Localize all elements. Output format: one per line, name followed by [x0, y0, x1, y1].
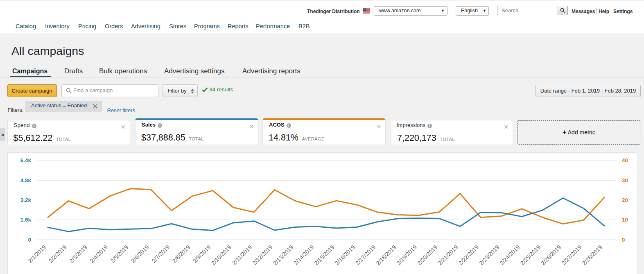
- svg-text:2/13/2019: 2/13/2019: [272, 244, 295, 267]
- svg-text:2/19/2019: 2/19/2019: [395, 244, 418, 267]
- svg-text:2/5/2019: 2/5/2019: [109, 244, 130, 264]
- svg-text:2/27/2019: 2/27/2019: [560, 244, 583, 267]
- svg-text:2/17/2019: 2/17/2019: [354, 244, 377, 267]
- svg-text:1.6k: 1.6k: [20, 217, 32, 223]
- svg-text:2/24/2019: 2/24/2019: [498, 244, 521, 267]
- svg-text:2/2/2019: 2/2/2019: [47, 244, 68, 264]
- svg-text:2/28/2019: 2/28/2019: [581, 244, 604, 267]
- svg-text:2/9/2019: 2/9/2019: [192, 244, 212, 264]
- svg-text:4.8k: 4.8k: [20, 177, 32, 183]
- svg-text:6.4k: 6.4k: [20, 157, 32, 163]
- svg-text:2/6/2019: 2/6/2019: [130, 244, 150, 264]
- svg-text:2/8/2019: 2/8/2019: [171, 244, 192, 264]
- svg-text:2/3/2019: 2/3/2019: [68, 244, 88, 264]
- svg-text:2/18/2019: 2/18/2019: [375, 244, 398, 267]
- svg-text:20: 20: [622, 197, 628, 203]
- svg-text:0: 0: [622, 237, 625, 243]
- svg-text:30: 30: [622, 177, 628, 183]
- svg-text:2/26/2019: 2/26/2019: [540, 244, 563, 267]
- svg-text:40: 40: [622, 157, 628, 163]
- svg-text:2/16/2019: 2/16/2019: [334, 244, 357, 267]
- svg-text:2/15/2019: 2/15/2019: [313, 244, 336, 267]
- svg-text:2/20/2019: 2/20/2019: [416, 244, 439, 267]
- svg-text:2/10/2019: 2/10/2019: [210, 244, 233, 267]
- svg-text:2/4/2019: 2/4/2019: [88, 244, 109, 264]
- svg-text:0: 0: [28, 237, 31, 243]
- svg-text:2/12/2019: 2/12/2019: [251, 244, 274, 267]
- svg-text:10: 10: [622, 217, 628, 223]
- svg-text:2/1/2019: 2/1/2019: [27, 244, 47, 264]
- svg-text:2/22/2019: 2/22/2019: [457, 244, 480, 267]
- svg-text:2/14/2019: 2/14/2019: [292, 244, 315, 267]
- svg-text:2/23/2019: 2/23/2019: [478, 244, 501, 267]
- svg-text:3.2k: 3.2k: [20, 197, 32, 203]
- svg-text:2/25/2019: 2/25/2019: [519, 244, 542, 267]
- svg-text:2/11/2019: 2/11/2019: [231, 244, 253, 266]
- svg-text:2/21/2019: 2/21/2019: [436, 244, 459, 267]
- svg-text:2/7/2019: 2/7/2019: [150, 244, 171, 264]
